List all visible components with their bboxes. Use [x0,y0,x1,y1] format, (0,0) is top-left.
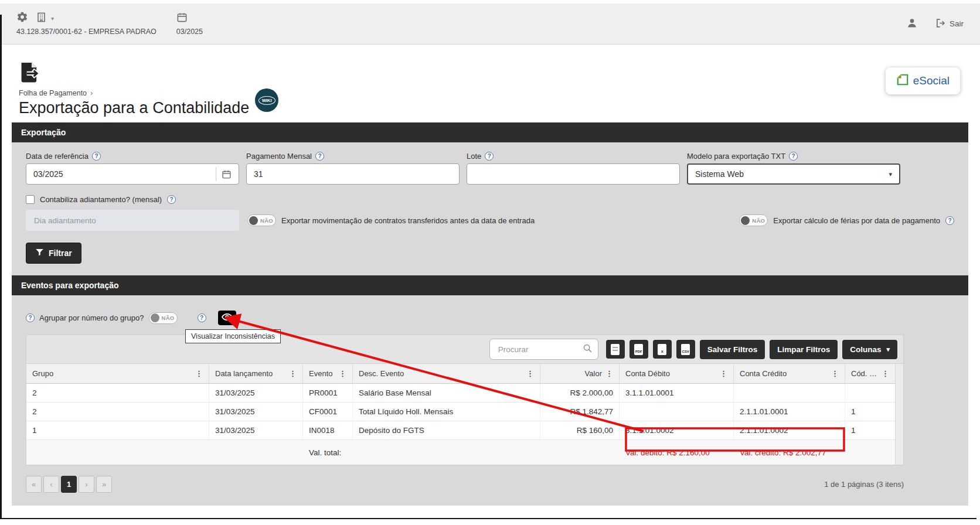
wiki-badge[interactable]: WIKI [255,88,278,112]
tooltip-text: Visualizar Inconsistências [191,332,275,340]
logout-button[interactable]: Sair [935,18,964,30]
page-title: Exportação para a Contabilidade [19,98,249,118]
pagination-first-button[interactable]: « [26,476,42,493]
grid-scrollbar[interactable] [895,364,903,465]
export-csv-button[interactable]: CSV [676,340,695,359]
toggle-contratos[interactable]: NÃO Exportar movimentação de contratos t… [247,214,535,226]
salvar-filtros-button[interactable]: Salvar Filtros [700,340,765,359]
wiki-badge-label: WIKI [258,96,275,105]
toggle-ferias[interactable]: NÃO Exportar cálculo de férias por data … [739,214,954,226]
toggle-ferias-label: Exportar cálculo de férias por data de p… [773,216,940,225]
cell-desc: Total Líquido Holl. Mensais [353,403,540,421]
lote-input[interactable] [474,169,672,179]
modelo-txt-label: Modelo para exportação TXT [687,152,785,161]
column-menu-icon[interactable]: ⋮ [882,369,889,378]
calendar-icon[interactable] [176,12,188,25]
column-header-conta-debito[interactable]: Conta Débito⋮ [620,364,734,383]
agrupar-toggle[interactable]: NÃO [149,312,178,324]
column-header-cod[interactable]: Cód. …⋮ [845,364,895,383]
column-header-conta-credito[interactable]: Conta Crédito⋮ [734,364,845,383]
chevron-down-icon[interactable]: ▾ [51,15,54,22]
company-selector[interactable]: ▾ 43.128.357/0001-62 - EMPRESA PADRAO [16,12,156,36]
export-txt-button[interactable] [606,340,625,359]
help-icon[interactable]: ? [198,313,206,322]
help-icon[interactable]: ? [945,216,954,225]
pagination-page-1-button[interactable]: 1 [61,476,77,493]
dia-adiantamento-input[interactable] [33,216,232,226]
limpar-filtros-button[interactable]: Limpar Filtros [770,340,838,359]
adiantamento-checkbox[interactable] [26,195,35,204]
table-row[interactable]: 2 31/03/2025 PR0001 Salário Base Mensal … [26,384,895,403]
export-document-icon [19,62,43,86]
cell-desc: Depósito do FGTS [353,421,540,439]
cell-grupo: 2 [26,403,209,421]
column-menu-icon[interactable]: ⋮ [339,369,346,378]
modelo-txt-select[interactable]: Sistema Web ▾ [687,163,900,185]
table-row[interactable]: 1 31/03/2025 IN0018 Depósito do FGTS R$ … [26,421,895,440]
toggle-off-switch[interactable]: NÃO [247,214,276,226]
column-header-evento[interactable]: Evento⋮ [303,364,353,383]
toggle-off-switch[interactable]: NÃO [739,214,768,226]
pagamento-mensal-input[interactable] [254,169,452,179]
colunas-button[interactable]: Colunas ▾ [842,340,897,359]
datepicker-calendar-icon[interactable] [216,167,232,181]
period-selector[interactable]: 03/2025 [176,12,203,36]
column-header-grupo[interactable]: Grupo⋮ [26,364,209,383]
cell-conta-debito: 3.1.1.01.0002 [620,421,734,439]
cell-grupo: 1 [26,421,209,439]
search-input[interactable] [497,345,583,354]
column-menu-icon[interactable]: ⋮ [526,369,534,378]
export-excel-button[interactable]: X [653,340,672,359]
help-icon[interactable]: ? [167,195,176,204]
events-panel-title: Eventos para exportação [12,275,968,295]
window-bottom-edge [0,518,976,519]
cell-conta-debito: 3.1.1.01.0001 [620,384,734,402]
column-menu-icon[interactable]: ⋮ [289,369,297,378]
chevron-down-icon: ▾ [886,346,890,353]
data-referencia-input[interactable] [33,169,211,179]
toggle-knob [249,216,258,225]
filtrar-button[interactable]: Filtrar [26,243,81,264]
search-icon[interactable] [583,343,593,356]
search-box[interactable] [489,339,598,360]
pagination-prev-button[interactable]: ‹ [43,476,59,493]
column-menu-icon[interactable]: ⋮ [831,369,839,378]
file-icon [611,344,620,355]
pagination-next-button[interactable]: › [79,476,94,493]
column-menu-icon[interactable]: ⋮ [195,369,203,378]
visualizar-inconsistencias-button[interactable] [218,311,236,325]
column-header-valor[interactable]: Valor⋮ [540,364,620,383]
user-icon[interactable] [906,17,918,31]
help-icon[interactable]: ? [315,152,324,161]
help-icon[interactable]: ? [92,152,101,161]
toggle-state: NÃO [752,217,765,224]
pagination-summary: 1 de 1 páginas (3 itens) [824,480,904,489]
esocial-badge[interactable]: eSocial [886,67,960,94]
tooltip: Visualizar Inconsistências [185,329,281,343]
column-header-data[interactable]: Data lançamento⋮ [209,364,303,383]
column-header-desc-evento[interactable]: Desc. Evento⋮ [353,364,540,383]
help-icon[interactable]: ? [485,152,494,161]
building-icon[interactable] [36,12,47,25]
column-menu-icon[interactable]: ⋮ [605,369,613,378]
logout-icon [935,18,945,30]
table-row[interactable]: 2 31/03/2025 CF0001 Total Líquido Holl. … [26,403,895,421]
dia-adiantamento-field[interactable] [26,210,239,231]
cell-conta-credito: 2.1.1.01.0001 [734,403,845,421]
help-icon[interactable]: ? [789,152,798,161]
data-referencia-field[interactable] [26,163,239,185]
pagamento-mensal-field[interactable] [246,163,460,185]
lote-field[interactable] [467,163,680,185]
events-grid: PDF X CSV Salvar Filtros Limpar [26,335,904,465]
export-pdf-button[interactable]: PDF [629,340,648,359]
company-label[interactable]: 43.128.357/0001-62 - EMPRESA PADRAO [16,28,156,36]
column-menu-icon[interactable]: ⋮ [720,369,727,378]
cell-desc: Salário Base Mensal [353,384,540,402]
period-label[interactable]: 03/2025 [176,28,203,36]
help-icon[interactable]: ? [26,313,35,322]
gear-icon[interactable] [16,11,28,25]
export-panel-title: Exportação [12,122,968,142]
breadcrumb-link[interactable]: Folha de Pagamento [19,89,87,97]
cell-data: 31/03/2025 [209,421,303,439]
pagination-last-button[interactable]: » [96,476,112,493]
